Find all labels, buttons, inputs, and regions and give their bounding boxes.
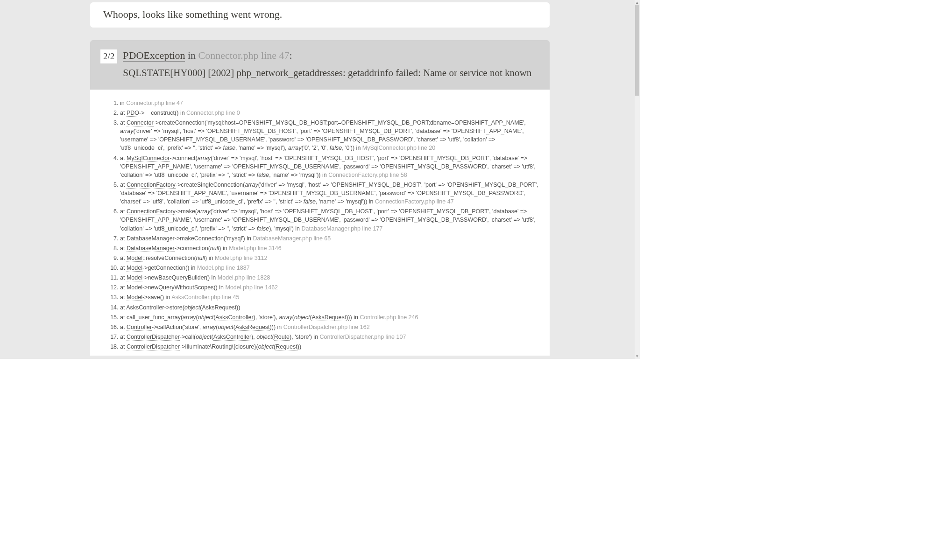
stack-class-link[interactable]: MySqlConnector bbox=[127, 155, 170, 162]
stack-class-link[interactable]: Model bbox=[127, 265, 142, 272]
stack-italic: object bbox=[294, 314, 310, 321]
stack-location-link[interactable]: ControllerDispatcher.php line 162 bbox=[283, 324, 370, 330]
stack-italic: array bbox=[197, 208, 210, 215]
exception-location-link[interactable]: Connector.php line 47 bbox=[198, 49, 290, 61]
stack-class-link[interactable]: Connector bbox=[127, 119, 154, 126]
stack-class-link[interactable]: Model bbox=[127, 255, 142, 262]
stack-frame: at Model->save() in AsksController.php l… bbox=[120, 293, 539, 302]
stack-italic: array bbox=[120, 128, 133, 134]
stack-frame: at PDO->__construct() in Connector.php l… bbox=[120, 108, 539, 118]
stack-class-link[interactable]: PDO bbox=[127, 110, 139, 117]
canvas: Whoops, looks like something went wrong.… bbox=[0, 0, 934, 560]
stack-location-link[interactable]: Connector.php line 47 bbox=[126, 100, 183, 106]
stack-italic: null bbox=[210, 245, 219, 252]
stack-frame: in Connector.php line 47 bbox=[120, 98, 539, 108]
stack-italic: object bbox=[258, 343, 274, 350]
stack-italic: false bbox=[223, 145, 235, 151]
stack-class-link[interactable]: Controller bbox=[127, 324, 152, 331]
stack-location-link[interactable]: MySqlConnector.php line 20 bbox=[362, 145, 435, 151]
stack-class-link[interactable]: AsksRequest bbox=[312, 314, 347, 321]
stack-frame: at ControllerDispatcher->call(object(Ask… bbox=[120, 332, 539, 342]
stack-italic: array bbox=[245, 182, 258, 188]
stack-location-link[interactable]: Model.php line 1887 bbox=[197, 265, 250, 271]
stack-frame: at Model::resolveConnection(null) in Mod… bbox=[120, 253, 539, 263]
exception-colon: : bbox=[290, 49, 292, 61]
stack-frame: at Model->newQueryWithoutScopes() in Mod… bbox=[120, 283, 539, 293]
stack-italic: false bbox=[257, 172, 269, 178]
stack-location-link[interactable]: DatabaseManager.php line 177 bbox=[302, 225, 383, 232]
stack-class-link[interactable]: Request bbox=[276, 343, 297, 350]
stack-frame: at ControllerDispatcher->Illuminate\Rout… bbox=[120, 342, 539, 352]
stack-location-link[interactable]: ConnectionFactory.php line 47 bbox=[375, 198, 454, 205]
stack-italic: null bbox=[196, 255, 205, 261]
stack-location-link[interactable]: Model.php line 1462 bbox=[225, 284, 278, 291]
stack-class-link[interactable]: Model bbox=[127, 284, 142, 291]
exception-class-link[interactable]: PDOException bbox=[123, 49, 185, 62]
stack-location-link[interactable]: Model.php line 1828 bbox=[218, 274, 270, 281]
page-content: Whoops, looks like something went wrong.… bbox=[0, 2, 640, 356]
error-page-viewport: Whoops, looks like something went wrong.… bbox=[0, 0, 640, 359]
stack-frame: at Model->newBaseQueryBuilder() in Model… bbox=[120, 273, 539, 283]
stack-frame: at Model->getConnection() in Model.php l… bbox=[120, 263, 539, 273]
scrollbar-thumb[interactable] bbox=[635, 5, 639, 96]
stack-class-link[interactable]: Model bbox=[127, 294, 142, 301]
stack-trace: in Connector.php line 47at PDO->__constr… bbox=[90, 90, 550, 355]
stack-frame: at ConnectionFactory->createSingleConnec… bbox=[120, 180, 539, 206]
stack-frame: at call_user_func_array(array(object(Ask… bbox=[120, 312, 539, 322]
stack-location-link[interactable]: AsksController.php line 45 bbox=[171, 294, 239, 301]
stack-frame: at Connector->createConnection('mysql:ho… bbox=[120, 118, 539, 154]
stack-italic: array bbox=[203, 324, 216, 330]
exception-message: SQLSTATE[HY000] [2002] php_network_getad… bbox=[123, 66, 539, 79]
stack-frame: at ConnectionFactory->make(array('driver… bbox=[120, 207, 539, 233]
exception-in: in bbox=[185, 49, 198, 61]
stack-italic: array bbox=[198, 155, 211, 161]
whoops-text: Whoops, looks like something went wrong. bbox=[103, 8, 282, 20]
stack-class-link[interactable]: AsksController bbox=[215, 314, 253, 321]
stack-class-link[interactable]: AsksRequest bbox=[202, 304, 236, 311]
stack-italic: array bbox=[288, 145, 301, 151]
exception-header: 2/2 PDOException in Connector.php line 4… bbox=[100, 49, 539, 79]
stack-class-link[interactable]: Model bbox=[127, 274, 142, 281]
exception-index-badge: 2/2 bbox=[100, 49, 117, 63]
stack-class-link[interactable]: ControllerDispatcher bbox=[127, 343, 180, 350]
stack-italic: array bbox=[279, 314, 292, 321]
stack-class-link[interactable]: DatabaseManager bbox=[127, 245, 175, 252]
stack-location-link[interactable]: Controller.php line 246 bbox=[360, 314, 418, 321]
stack-italic: object bbox=[198, 314, 213, 321]
stack-class-link[interactable]: AsksController bbox=[126, 304, 164, 311]
stack-italic: array bbox=[183, 314, 196, 321]
stack-class-link[interactable]: Route bbox=[274, 334, 290, 341]
stack-frame: at DatabaseManager->makeConnection('mysq… bbox=[120, 233, 539, 243]
stack-italic: object bbox=[218, 324, 233, 330]
stack-trace-list: in Connector.php line 47at PDO->__constr… bbox=[93, 98, 539, 351]
stack-class-link[interactable]: ConnectionFactory bbox=[127, 182, 176, 189]
stack-italic: object bbox=[196, 334, 211, 340]
stack-class-link[interactable]: DatabaseManager bbox=[127, 235, 175, 242]
stack-location-link[interactable]: ControllerDispatcher.php line 107 bbox=[320, 334, 406, 340]
whoops-banner: Whoops, looks like something went wrong. bbox=[90, 2, 550, 28]
stack-class-link[interactable]: AsksController bbox=[213, 334, 251, 341]
stack-italic: false bbox=[304, 198, 316, 205]
stack-frame: at AsksController->store(object(AsksRequ… bbox=[120, 302, 539, 312]
exception-heading: PDOException in Connector.php line 47: S… bbox=[123, 49, 539, 79]
stack-location-link[interactable]: DatabaseManager.php line 65 bbox=[253, 235, 331, 242]
stack-class-link[interactable]: AsksRequest bbox=[235, 324, 270, 331]
stack-location-link[interactable]: Model.php line 3146 bbox=[229, 245, 282, 252]
scrollbar-track[interactable]: ▴ ▾ bbox=[635, 0, 640, 359]
exception-box: 2/2 PDOException in Connector.php line 4… bbox=[90, 40, 550, 90]
stack-frame: at Controller->callAction('store', array… bbox=[120, 322, 539, 332]
stack-italic: object bbox=[184, 304, 200, 311]
scroll-down-arrow[interactable]: ▾ bbox=[635, 354, 640, 359]
stack-italic: false bbox=[257, 225, 269, 232]
stack-italic: false bbox=[330, 145, 342, 151]
stack-class-link[interactable]: ControllerDispatcher bbox=[127, 334, 180, 341]
stack-italic: object bbox=[256, 334, 272, 340]
stack-location-link[interactable]: ConnectionFactory.php line 58 bbox=[328, 172, 407, 178]
stack-class-link[interactable]: ConnectionFactory bbox=[127, 208, 176, 215]
stack-location-link[interactable]: Model.php line 3112 bbox=[215, 255, 268, 261]
stack-frame: at MySqlConnector->connect(array('driver… bbox=[120, 153, 539, 180]
stack-location-link[interactable]: Connector.php line 0 bbox=[186, 110, 240, 116]
stack-frame: at DatabaseManager->connection(null) in … bbox=[120, 243, 539, 253]
